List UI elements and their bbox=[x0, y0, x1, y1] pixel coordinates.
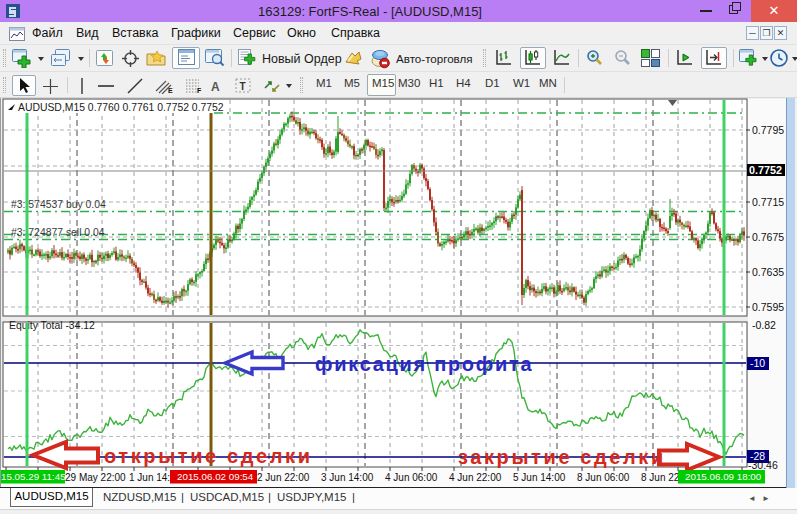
svg-text:0.7752: 0.7752 bbox=[749, 164, 782, 176]
svg-text:2015.06.09 18:00: 2015.06.09 18:00 bbox=[685, 471, 762, 482]
svg-text:4 Jun 06:00: 4 Jun 06:00 bbox=[385, 472, 438, 483]
svg-text:2015.06.02 09:54: 2015.06.02 09:54 bbox=[177, 471, 254, 482]
svg-text:-10: -10 bbox=[750, 357, 765, 369]
svg-text:E: E bbox=[168, 87, 173, 94]
svg-text:Equity Total -34.12: Equity Total -34.12 bbox=[9, 320, 95, 331]
svg-text:0.7595: 0.7595 bbox=[752, 301, 784, 313]
svg-text:5 Jun 14:00: 5 Jun 14:00 bbox=[513, 472, 566, 483]
svg-text:#3: 574537 buy 0.04: #3: 574537 buy 0.04 bbox=[11, 199, 106, 210]
svg-text:0.7635: 0.7635 bbox=[752, 266, 784, 278]
svg-text:8 Jun 06:00: 8 Jun 06:00 bbox=[577, 472, 630, 483]
svg-text:2 Jun 22:00: 2 Jun 22:00 bbox=[257, 472, 310, 483]
svg-text:фиксация профита: фиксация профита bbox=[315, 353, 533, 375]
svg-text:-0.82: -0.82 bbox=[752, 319, 776, 331]
svg-text:AUDUSD,M15 0.7760 0.7761 0.77: AUDUSD,M15 0.7760 0.7761 0.7752 0.7752 bbox=[18, 102, 224, 113]
svg-text:3 Jun 14:00: 3 Jun 14:00 bbox=[321, 472, 374, 483]
svg-text:-30.46: -30.46 bbox=[748, 459, 778, 471]
svg-text:4 Jun 22:00: 4 Jun 22:00 bbox=[449, 472, 502, 483]
svg-text:F: F bbox=[197, 87, 202, 94]
svg-text:0.7715: 0.7715 bbox=[752, 196, 784, 208]
svg-text:15.05.29 11:45: 15.05.29 11:45 bbox=[1, 471, 66, 482]
svg-text:29 May 22:00: 29 May 22:00 bbox=[65, 472, 126, 483]
svg-text:закрытие сделки: закрытие сделки bbox=[458, 446, 666, 468]
svg-text:0.7675: 0.7675 bbox=[752, 231, 784, 243]
svg-text:открытие сделки: открытие сделки bbox=[104, 445, 313, 467]
svg-text:0.7795: 0.7795 bbox=[752, 124, 784, 136]
svg-text:#3: 724877 sell 0.04: #3: 724877 sell 0.04 bbox=[11, 227, 105, 238]
svg-text:T: T bbox=[240, 81, 246, 92]
